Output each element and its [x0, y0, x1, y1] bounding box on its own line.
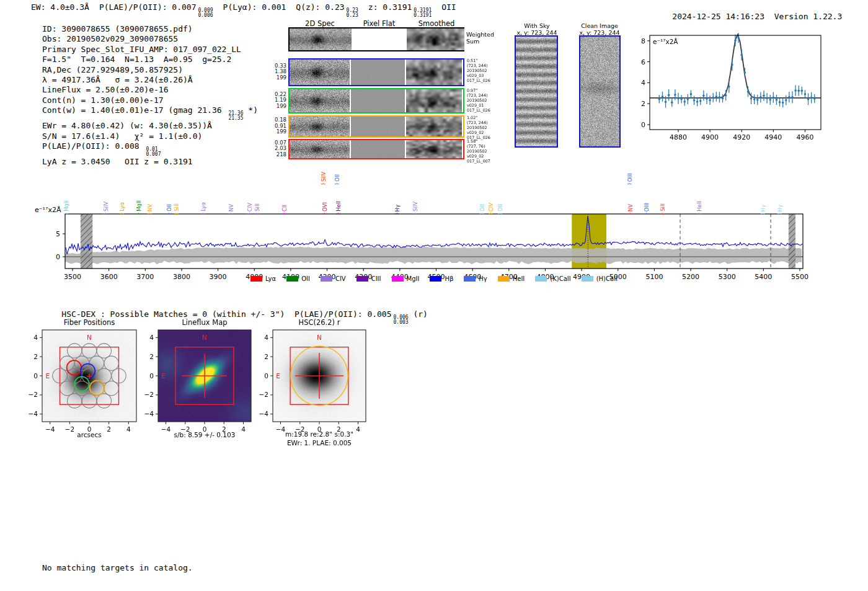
info-line: F=1.5" T=0.164 N=1.13 A=0.95 g=25.2	[42, 55, 258, 64]
spectrum-line-label: NV{	[227, 187, 235, 216]
lineflux-sb-label: s/b: 8.59 +/- 0.103	[152, 431, 257, 438]
spectrum-line-label: OII{	[333, 158, 341, 186]
info-line: Primary Spec_Slot_IFU_AMP: 017_097_022_L…	[42, 45, 258, 55]
timestamp: 2024-12-25 14:16:23	[672, 12, 764, 21]
legend-item: HeII	[498, 275, 525, 282]
svg-text:N: N	[202, 334, 207, 341]
line-fit-ylabel: e⁻¹⁷x2Å	[653, 38, 678, 45]
svg-text:4940: 4940	[764, 133, 782, 141]
svg-text:4900: 4900	[701, 133, 719, 141]
info-line: RA,Dec (227.929489,50.857925)	[42, 65, 258, 75]
info-line: Obs: 20190502v029_3090078655	[42, 34, 258, 44]
spectrum-line-label: CIV{	[487, 187, 495, 216]
spectrum-line-label: SiIV{	[319, 158, 327, 186]
svg-text:E: E	[45, 372, 50, 380]
clean-image-title: Clean Image	[572, 22, 627, 29]
spectrum-line-label: SiIV{	[102, 187, 110, 216]
spectrum-line-label: OII{	[478, 187, 486, 216]
spec2d-row-annotation: 1.58"(727, 76)20190502v029_02017_LL_007	[467, 140, 519, 164]
svg-text:0: 0	[56, 253, 60, 261]
hsc-ewr-plae-label: EWr: 1. PLAE: 0.005	[267, 439, 372, 447]
spectrum-line-label: NV{	[626, 187, 634, 216]
legend-item: OII	[286, 275, 310, 282]
legend-item: CIV	[321, 275, 346, 282]
legend-item: Lyα	[250, 275, 276, 282]
svg-text:0: 0	[264, 372, 268, 380]
spectrum-line-label: MgII{	[62, 187, 70, 216]
spec2d-row	[288, 139, 464, 159]
svg-text:4: 4	[33, 334, 38, 341]
legend-swatch	[321, 276, 332, 282]
svg-text:4920: 4920	[733, 133, 750, 141]
spec2d-row	[288, 88, 464, 113]
smoothed-cell	[406, 140, 462, 158]
legend-swatch	[464, 276, 476, 282]
spec2d-row-stats: 0.072.03218	[270, 140, 286, 158]
legend-item: CIII	[356, 275, 381, 282]
info-line: LyA z = 3.0450 OII z = 0.3191	[42, 157, 258, 167]
info-line: Cont(w) = 1.40(±0.01)e-17 (gmag 21.36 21…	[42, 105, 258, 121]
svg-text:4880: 4880	[670, 133, 687, 141]
footer-line-1: No matching targets in catalog.	[42, 563, 193, 573]
info-line: S/N = 17.6(±1.4) χ² = 1.1(±0.0)	[42, 131, 258, 141]
with-sky-title: With Sky	[510, 22, 564, 29]
svg-text:0: 0	[149, 372, 154, 380]
timestamp-version: 2024-12-25 14:16:23 Version 1.22.3	[653, 2, 842, 30]
svg-text:N: N	[317, 334, 322, 341]
svg-text:4: 4	[641, 79, 645, 87]
svg-text:8: 8	[641, 37, 645, 45]
svg-text:4960: 4960	[796, 133, 813, 141]
legend-swatch	[498, 276, 510, 282]
spec2d-cell	[290, 29, 352, 50]
plya-value: P(Lyα): 0.001	[223, 2, 286, 12]
svg-text:0: 0	[641, 121, 645, 129]
weighted-sum-label: WeightedSum	[466, 31, 494, 45]
with-sky-image	[515, 35, 558, 148]
pixelflat-cell	[351, 117, 405, 136]
svg-text:−2: −2	[259, 391, 268, 398]
spectrum-legend: LyαOIICIVCIIIMgIIHβHγHeII(K)CaII(H)CaII	[65, 275, 803, 282]
classification-label: OII	[441, 2, 456, 12]
spectrum-line-label: HeII{	[695, 187, 703, 216]
spectrum-line-label: OVI{	[321, 187, 329, 216]
spectrum-line-label: CII{	[280, 187, 288, 216]
legend-swatch	[286, 276, 298, 282]
svg-text:2: 2	[264, 353, 268, 360]
fiber-positions-xlabel: arcsecs	[42, 431, 136, 438]
spectrum-line-label: Hγ{	[759, 187, 767, 216]
legend-item: Hβ	[430, 275, 453, 282]
svg-text:−4: −4	[144, 410, 154, 417]
summary-header: EW: 4.0±0.3Å P(LAE)/P(OII): 0.0070.0090.…	[31, 2, 456, 18]
svg-text:−4: −4	[29, 410, 38, 417]
col-header-2dspec: 2D Spec	[289, 19, 351, 28]
spec2d-cell	[290, 89, 350, 112]
svg-text:E: E	[276, 372, 280, 380]
spec2d-cell	[290, 117, 350, 136]
info-line: Cont(n) = 1.30(±0.00)e-17	[42, 96, 258, 105]
legend-swatch	[250, 276, 262, 282]
spec2d-row-stats: 0.221.19199	[270, 92, 286, 110]
spectrum-line-label: SiII{	[658, 187, 666, 216]
pixelflat-cell	[351, 60, 405, 85]
info-line: λ = 4917.36Å σ = 3.24(±0.26)Å	[42, 75, 258, 85]
info-line: LineFlux = 2.50(±0.20)e-16	[42, 85, 258, 95]
svg-text:−2: −2	[144, 391, 154, 398]
ew-value: EW: 4.0±0.3Å	[31, 2, 89, 12]
svg-text:5: 5	[56, 230, 60, 238]
z-value: z: 0.31910.31910.3191	[368, 2, 432, 18]
spec2d-row	[288, 58, 464, 86]
spectrum-line-label: Lyα{	[199, 187, 207, 216]
legend-swatch	[392, 276, 404, 282]
legend-item: Hγ	[464, 275, 487, 282]
smoothed-cell	[406, 60, 462, 85]
spectrum-line-label: SiIV{	[411, 187, 419, 216]
line-fit-plot: 0246848804900492049404960	[637, 31, 831, 144]
legend-swatch	[535, 276, 547, 282]
info-line: ID: 3090078655 (3090078655.pdf)	[42, 24, 258, 34]
svg-text:4: 4	[149, 334, 154, 341]
pixelflat-cell	[351, 89, 405, 112]
detection-info-block: ID: 3090078655 (3090078655.pdf)Obs: 2019…	[42, 24, 258, 167]
legend-item: (K)CaII	[535, 275, 570, 282]
spectrum-line-label: Hγ{	[776, 187, 784, 216]
legend-swatch	[356, 276, 368, 282]
